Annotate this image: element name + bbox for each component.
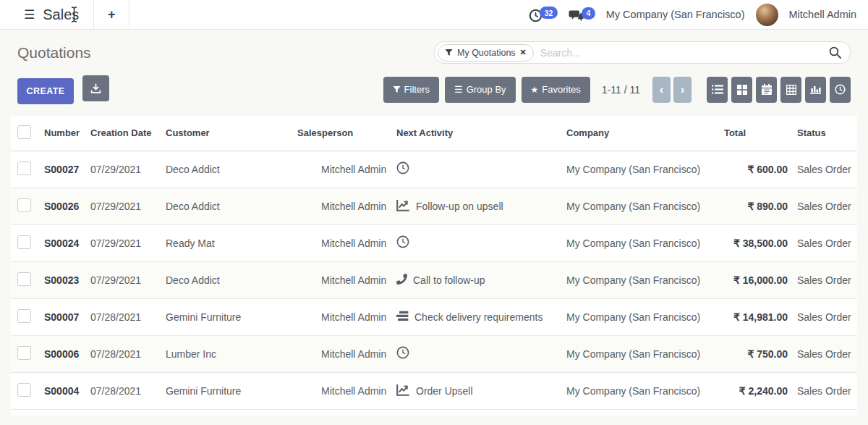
creation-date: 07/29/2021 <box>90 201 166 212</box>
company-name: My Company (San Francisco) <box>566 385 715 397</box>
next-activity-cell[interactable]: Follow-up on upsell <box>396 199 566 214</box>
export-button[interactable] <box>82 75 109 101</box>
next-activity-cell[interactable] <box>396 346 566 361</box>
salesperson-avatar <box>297 160 315 178</box>
column-header-salesperson[interactable]: Salesperson <box>297 127 396 138</box>
next-activity-cell[interactable]: Call to follow-up <box>396 274 566 287</box>
salesperson-cell: Mitchell Admin <box>297 271 396 289</box>
company-name: My Company (San Francisco) <box>566 164 715 175</box>
salesperson-cell: Mitchell Admin <box>297 234 396 252</box>
table-row[interactable]: S00006 07/28/2021 Lumber Inc Mitchell Ad… <box>11 335 857 372</box>
salesperson-avatar <box>297 382 315 400</box>
customer-name: Deco Addict <box>166 274 297 286</box>
app-menu-tab[interactable]: ☰ Sales <box>0 0 93 29</box>
control-panel: Quotations My Quotations ✕ CREATE Filter… <box>0 30 868 104</box>
tasks-icon[interactable] <box>396 311 409 324</box>
list-view-icon <box>712 85 723 94</box>
total-amount: ₹ 750.00 <box>715 348 788 360</box>
clock-icon[interactable] <box>396 346 409 361</box>
salesperson-name: Mitchell Admin <box>321 274 386 286</box>
magnifier-icon <box>829 46 841 59</box>
row-checkbox[interactable] <box>17 272 31 286</box>
table-row[interactable]: S00023 07/29/2021 Deco Addict Mitchell A… <box>11 261 857 298</box>
salesperson-name: Mitchell Admin <box>321 164 386 175</box>
filters-button[interactable]: Filters <box>383 77 439 103</box>
table-row[interactable]: S00026 07/29/2021 Deco Addict Mitchell A… <box>11 188 857 224</box>
salesperson-name: Mitchell Admin <box>321 348 386 360</box>
search-input[interactable] <box>534 47 829 59</box>
top-navbar: ☰ Sales + 32 4 My Company (San Francisco… <box>0 0 868 30</box>
next-activity-cell[interactable] <box>396 235 566 251</box>
row-checkbox[interactable] <box>17 198 31 212</box>
column-header-creation-date[interactable]: Creation Date <box>90 127 166 138</box>
create-button[interactable]: CREATE <box>17 78 74 104</box>
salesperson-name: Mitchell Admin <box>321 237 386 249</box>
total-amount: ₹ 38,500.00 <box>715 237 788 249</box>
table-row[interactable]: S00004 07/28/2021 Gemini Furniture Mitch… <box>11 372 857 409</box>
kanban-view-button[interactable] <box>731 77 752 103</box>
pivot-view-button[interactable] <box>780 77 801 103</box>
filter-icon <box>393 85 401 93</box>
activities-menu[interactable]: 32 <box>529 7 558 22</box>
upsell-orange-icon[interactable] <box>396 199 410 214</box>
search-facet[interactable]: My Quotations ✕ <box>438 44 534 62</box>
search-facet-label: My Quotations <box>457 48 516 58</box>
download-icon <box>90 83 101 94</box>
column-header-next-activity[interactable]: Next Activity <box>396 127 566 138</box>
quotation-number: S00023 <box>44 274 90 286</box>
calendar-view-button[interactable] <box>756 77 777 103</box>
status-badge: Sales Order <box>797 385 851 397</box>
search-submit-button[interactable] <box>829 46 841 59</box>
hamburger-menu-icon[interactable]: ☰ <box>24 9 35 21</box>
table-row[interactable]: S00007 07/28/2021 Gemini Furniture Mitch… <box>11 298 857 335</box>
row-checkbox[interactable] <box>17 309 31 323</box>
column-header-number[interactable]: Number <box>44 127 90 138</box>
column-header-customer[interactable]: Customer <box>166 127 297 138</box>
quotation-number: S00026 <box>44 201 90 212</box>
table-row[interactable]: S00024 07/29/2021 Ready Mat Mitchell Adm… <box>11 224 857 261</box>
row-checkbox[interactable] <box>17 383 31 397</box>
activity-view-button[interactable] <box>830 77 851 103</box>
table-row[interactable]: S00027 07/29/2021 Deco Addict Mitchell A… <box>11 151 857 188</box>
facet-remove-icon[interactable]: ✕ <box>520 48 527 57</box>
row-checkbox[interactable] <box>17 161 31 175</box>
favorites-button[interactable]: ★ Favorites <box>522 77 590 103</box>
pager-previous-button[interactable]: ‹ <box>652 77 671 103</box>
new-tab-button[interactable]: + <box>94 0 129 29</box>
column-header-total[interactable]: Total <box>715 127 788 138</box>
company-switcher[interactable]: My Company (San Francisco) <box>606 9 745 20</box>
customer-name: Gemini Furniture <box>166 311 297 323</box>
user-menu[interactable]: Mitchell Admin <box>789 9 856 20</box>
clock-icon[interactable] <box>396 161 409 177</box>
activity-view-icon <box>835 84 846 95</box>
row-checkbox[interactable] <box>17 235 31 249</box>
group-by-button[interactable]: ☰ Group By <box>445 77 516 103</box>
clock-icon[interactable] <box>396 235 409 251</box>
select-all-checkbox[interactable] <box>17 125 31 139</box>
upsell-green-icon[interactable] <box>396 384 410 398</box>
quotation-number: S00006 <box>44 348 90 360</box>
customer-name: Gemini Furniture <box>166 385 297 397</box>
total-amount: ₹ 14,981.00 <box>715 311 788 323</box>
total-amount: ₹ 890.00 <box>715 201 788 212</box>
next-activity-cell[interactable]: Order Upsell <box>396 384 566 398</box>
user-avatar[interactable] <box>756 4 778 26</box>
next-activity-cell[interactable]: Check delivery requirements <box>396 311 566 324</box>
next-activity-cell[interactable] <box>396 161 566 177</box>
messages-menu[interactable]: 4 <box>569 7 595 22</box>
quotation-number: S00024 <box>44 237 90 249</box>
phone-icon[interactable] <box>396 274 407 287</box>
quotation-number: S00027 <box>44 164 90 175</box>
salesperson-avatar <box>297 271 315 289</box>
search-bar[interactable]: My Quotations ✕ <box>434 41 851 64</box>
salesperson-avatar <box>297 345 315 363</box>
filters-label: Filters <box>404 84 430 95</box>
company-name: My Company (San Francisco) <box>566 311 715 323</box>
pager-next-button[interactable]: › <box>673 77 692 103</box>
graph-view-button[interactable] <box>805 77 826 103</box>
list-view-button[interactable] <box>707 77 728 103</box>
row-checkbox[interactable] <box>17 346 31 360</box>
column-header-status[interactable]: Status <box>788 127 857 138</box>
creation-date: 07/29/2021 <box>90 164 166 175</box>
column-header-company[interactable]: Company <box>566 127 715 138</box>
